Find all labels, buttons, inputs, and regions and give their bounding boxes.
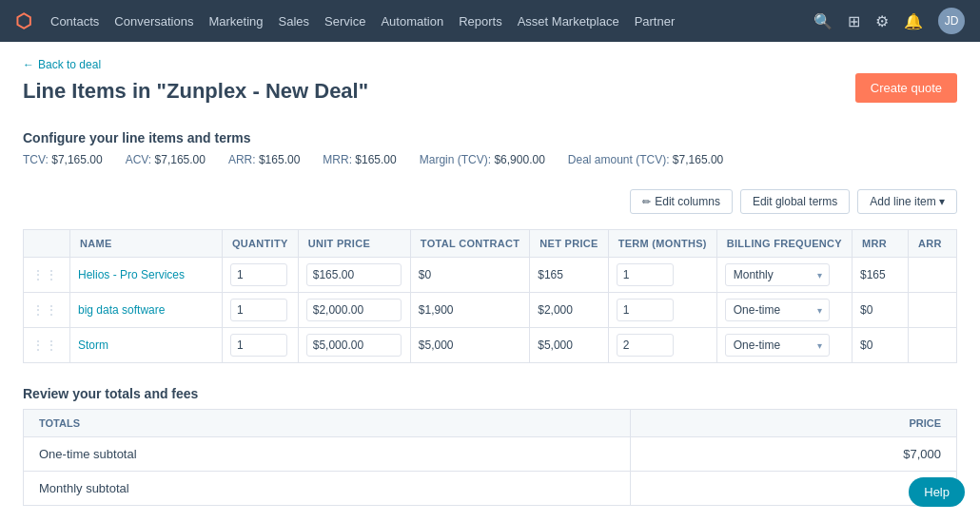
totals-header-row: TOTALS PRICE: [24, 410, 957, 437]
nav-links: Contacts Conversations Marketing Sales S…: [50, 14, 675, 29]
quantity-input-1[interactable]: [230, 263, 287, 286]
unit-price-input-2[interactable]: [306, 299, 402, 321]
table-header-row: NAME QUANTITY UNIT PRICE TOTAL CONTRACT …: [24, 230, 957, 258]
search-icon[interactable]: 🔍: [813, 12, 833, 30]
arr-cell-2: [909, 293, 957, 328]
freq-select-wrapper-1: Monthly One-time Annually Quarterly: [725, 263, 830, 286]
qty-cell-3: [223, 328, 299, 363]
nav-contacts[interactable]: Contacts: [50, 14, 99, 29]
summary-mrr: MRR: $165.00: [323, 153, 396, 166]
quantity-input-3[interactable]: [230, 334, 287, 357]
drag-cell-2: ⋮⋮: [24, 293, 70, 328]
freq-select-wrapper-3: One-time Monthly Annually Quarterly: [725, 334, 830, 357]
nav-reports[interactable]: Reports: [459, 14, 502, 29]
unit-cell-3: [298, 328, 410, 363]
nav-partner[interactable]: Partner: [635, 14, 676, 29]
totals-section: Review your totals and fees TOTALS PRICE…: [23, 386, 957, 506]
marketplace-icon[interactable]: ⊞: [848, 12, 860, 30]
term-cell-1: [608, 258, 716, 293]
line-items-table: NAME QUANTITY UNIT PRICE TOTAL CONTRACT …: [23, 229, 957, 363]
billing-frequency-select-1[interactable]: Monthly One-time Annually Quarterly: [725, 263, 830, 286]
name-cell-2: big data software: [70, 293, 223, 328]
nav-asset-marketplace[interactable]: Asset Marketplace: [518, 14, 619, 29]
nav-conversations[interactable]: Conversations: [114, 14, 193, 29]
unit-price-input-1[interactable]: [306, 263, 402, 286]
drag-handle-icon[interactable]: ⋮⋮: [31, 302, 62, 318]
totals-col-price: PRICE: [631, 410, 957, 437]
summary-tcv: TCV: $7,165.00: [23, 153, 103, 166]
table-header: NAME QUANTITY UNIT PRICE TOTAL CONTRACT …: [24, 230, 957, 258]
freq-select-wrapper-2: One-time Monthly Annually Quarterly: [725, 299, 830, 321]
drag-handle-icon[interactable]: ⋮⋮: [31, 338, 62, 353]
arr-cell-3: [909, 328, 957, 363]
mrr-cell-1: $165: [852, 258, 908, 293]
nav-automation[interactable]: Automation: [381, 14, 443, 29]
totals-row-monthly: Monthly subtotal $165: [24, 472, 957, 506]
mrr-cell-3: $0: [852, 328, 908, 363]
toolbar: ✏ Edit columns Edit global terms Add lin…: [630, 189, 957, 214]
avatar[interactable]: JD: [938, 8, 965, 34]
pencil-icon: ✏: [642, 196, 651, 208]
table-body: ⋮⋮ Helios - Pro Services $0 $165: [24, 258, 957, 363]
page-header: Back to deal Line Items in "Zunplex - Ne…: [23, 57, 957, 119]
col-total-header: TOTAL CONTRACT: [410, 230, 529, 258]
total-cell-2: $1,900: [410, 293, 529, 328]
totals-table: TOTALS PRICE One-time subtotal $7,000 Mo…: [23, 409, 957, 506]
product-link-1[interactable]: Helios - Pro Services: [78, 268, 185, 281]
product-link-3[interactable]: Storm: [78, 338, 108, 352]
mrr-cell-2: $0: [852, 293, 908, 328]
configure-section: Configure your line items and terms TCV:…: [23, 130, 957, 363]
edit-columns-button[interactable]: ✏ Edit columns: [630, 189, 733, 214]
term-input-1[interactable]: [617, 263, 674, 286]
product-link-2[interactable]: big data software: [78, 303, 165, 317]
nav-sales[interactable]: Sales: [279, 14, 310, 29]
col-qty-header: QUANTITY: [223, 230, 299, 258]
unit-price-input-3[interactable]: [306, 334, 402, 357]
qty-cell-1: [223, 258, 299, 293]
qty-cell-2: [223, 293, 299, 328]
help-button[interactable]: Help: [909, 477, 965, 507]
configure-title: Configure your line items and terms: [23, 130, 957, 145]
edit-global-terms-button[interactable]: Edit global terms: [740, 189, 850, 214]
drag-handle-icon[interactable]: ⋮⋮: [31, 267, 62, 282]
totals-body: One-time subtotal $7,000 Monthly subtota…: [24, 437, 957, 506]
nav-service[interactable]: Service: [324, 14, 365, 29]
settings-icon[interactable]: ⚙: [875, 12, 889, 30]
totals-price-onetime: $7,000: [631, 437, 957, 472]
quantity-input-2[interactable]: [230, 299, 287, 321]
topnav: ⬡ Contacts Conversations Marketing Sales…: [0, 0, 980, 42]
review-title: Review your totals and fees: [23, 386, 957, 401]
notifications-icon[interactable]: 🔔: [904, 12, 923, 30]
name-cell-1: Helios - Pro Services: [70, 258, 223, 293]
col-net-header: NET PRICE: [530, 230, 608, 258]
totals-col-label: TOTALS: [24, 410, 631, 437]
nav-right: 🔍 ⊞ ⚙ 🔔 JD: [813, 8, 965, 34]
col-unit-header: UNIT PRICE: [298, 230, 410, 258]
create-quote-button[interactable]: Create quote: [855, 73, 957, 103]
table-row: ⋮⋮ Storm $5,000 $5,000: [24, 328, 957, 363]
totals-price-monthly: $165: [631, 472, 957, 506]
freq-cell-2: One-time Monthly Annually Quarterly: [716, 293, 852, 328]
add-line-item-button[interactable]: Add line item ▾: [857, 189, 957, 214]
billing-frequency-select-3[interactable]: One-time Monthly Annually Quarterly: [725, 334, 830, 357]
summary-acv: ACV: $7,165.00: [126, 153, 206, 166]
col-freq-header: BILLING FREQUENCY: [716, 230, 852, 258]
drag-cell-1: ⋮⋮: [24, 258, 70, 293]
arr-cell-1: [909, 258, 957, 293]
nav-marketing[interactable]: Marketing: [208, 14, 263, 29]
term-input-3[interactable]: [617, 334, 674, 357]
net-cell-3: $5,000: [530, 328, 608, 363]
back-to-deal-link[interactable]: Back to deal: [23, 58, 101, 71]
totals-header: TOTALS PRICE: [24, 410, 957, 437]
billing-frequency-select-2[interactable]: One-time Monthly Annually Quarterly: [725, 299, 830, 321]
hubspot-logo[interactable]: ⬡: [15, 10, 31, 32]
page-title: Line Items in "Zunplex - New Deal": [23, 79, 368, 104]
unit-cell-1: [298, 258, 410, 293]
term-input-2[interactable]: [617, 299, 674, 321]
col-drag-header: [24, 230, 70, 258]
net-cell-2: $2,000: [530, 293, 608, 328]
summary-deal-amount: Deal amount (TCV): $7,165.00: [568, 153, 723, 166]
col-arr-header: ARR: [909, 230, 957, 258]
summary-row: TCV: $7,165.00 ACV: $7,165.00 ARR: $165.…: [23, 153, 957, 214]
freq-cell-3: One-time Monthly Annually Quarterly: [716, 328, 852, 363]
